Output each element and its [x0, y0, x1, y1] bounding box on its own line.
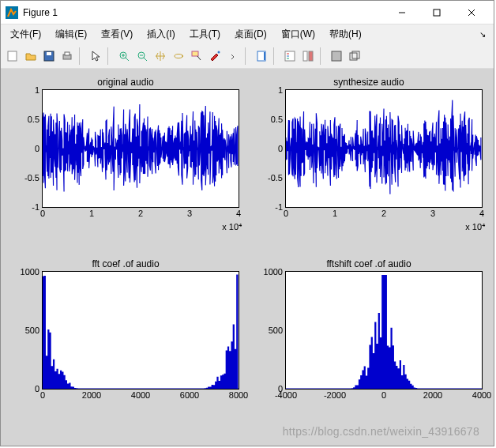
print-icon[interactable]	[58, 47, 76, 65]
svg-rect-18	[192, 51, 198, 56]
zoom-out-icon[interactable]	[133, 47, 151, 65]
plot-title: fft coef .of audio	[12, 258, 239, 269]
ytick: 0.5	[256, 115, 283, 124]
menu-desktop[interactable]: 桌面(D)	[228, 26, 273, 43]
subplot-1: synthesize audio-1-0.500.5101234x 10⁴	[255, 77, 483, 254]
xtick: 3	[187, 209, 192, 218]
svg-rect-31	[352, 51, 359, 58]
menu-help[interactable]: 帮助(H)	[323, 26, 368, 43]
svg-point-17	[175, 54, 182, 58]
link-icon[interactable]	[224, 47, 242, 65]
plot-title: original audio	[12, 77, 239, 88]
save-icon[interactable]	[40, 47, 58, 65]
ytick: 1000	[13, 267, 39, 277]
svg-rect-30	[350, 53, 357, 60]
svg-line-11	[126, 58, 129, 61]
xtick: -2000	[324, 390, 346, 400]
axes[interactable]: 0500100002000400060008000	[42, 271, 239, 390]
axes[interactable]: -1-0.500.5101234x 10⁴	[42, 89, 239, 208]
xtick: 4000	[472, 390, 491, 400]
menu-view[interactable]: 查看(V)	[95, 26, 139, 43]
menu-tools[interactable]: 工具(T)	[183, 26, 227, 43]
ytick: 1000	[256, 267, 283, 277]
menu-window[interactable]: 窗口(W)	[275, 26, 321, 43]
ytick: 1	[256, 85, 283, 95]
svg-rect-5	[8, 51, 17, 61]
menu-insert[interactable]: 插入(I)	[141, 26, 181, 43]
svg-rect-29	[332, 51, 341, 61]
xtick: 1	[89, 209, 94, 218]
xtick: 4	[479, 209, 484, 218]
new-figure-icon[interactable]	[4, 47, 21, 65]
ytick: 1	[13, 85, 39, 95]
window-title: Figure 1	[23, 7, 385, 18]
maximize-button[interactable]	[419, 2, 454, 24]
ytick: 0	[13, 384, 39, 393]
svg-rect-9	[65, 52, 70, 55]
subplot-2: fft coef .of audio0500100002000400060008…	[12, 258, 239, 435]
figure-area: original audio-1-0.500.5101234x 10⁴synth…	[1, 69, 494, 446]
ytick: -0.5	[13, 173, 39, 183]
subplot-0: original audio-1-0.500.5101234x 10⁴	[12, 77, 239, 254]
xtick: 0	[284, 209, 288, 218]
close-button[interactable]	[454, 2, 489, 24]
toolbar	[1, 43, 494, 69]
undock-icon[interactable]	[346, 47, 363, 65]
xtick: 3	[430, 209, 435, 218]
colorbar-icon[interactable]	[253, 47, 270, 65]
xtick: 8000	[229, 390, 248, 400]
ytick: 500	[256, 326, 283, 335]
datacursor-icon[interactable]	[188, 47, 205, 65]
xtick: 2	[138, 209, 143, 218]
svg-rect-7	[47, 52, 51, 55]
brush-icon[interactable]	[206, 47, 224, 65]
menubar: 文件(F) 编辑(E) 查看(V) 插入(I) 工具(T) 桌面(D) 窗口(W…	[1, 24, 494, 43]
svg-rect-23	[285, 51, 295, 61]
svg-rect-28	[309, 51, 313, 61]
rotate3d-icon[interactable]	[170, 47, 187, 65]
axes[interactable]: 05001000-4000-2000020004000	[285, 271, 483, 390]
subplot-3: fftshift coef .of audio05001000-4000-200…	[255, 258, 483, 435]
menu-file[interactable]: 文件(F)	[4, 26, 47, 43]
xtick: 6000	[180, 390, 199, 400]
pan-icon[interactable]	[152, 47, 169, 65]
axes[interactable]: -1-0.500.5101234x 10⁴	[285, 89, 483, 208]
ytick: 0	[256, 144, 283, 153]
menu-overflow-icon[interactable]: ↘	[475, 30, 490, 39]
minimize-button[interactable]	[385, 2, 419, 24]
legend-icon[interactable]	[281, 47, 299, 65]
ytick: -1	[13, 202, 39, 212]
ytick: -0.5	[256, 173, 283, 183]
titlebar: Figure 1	[1, 1, 494, 24]
xtick: 2	[381, 209, 386, 218]
xtick: 0	[40, 209, 45, 218]
ytick: -1	[256, 202, 283, 212]
xtick: 2000	[82, 390, 101, 400]
x-exponent: x 10⁴	[465, 222, 485, 232]
svg-rect-27	[303, 51, 307, 61]
pointer-icon[interactable]	[87, 47, 104, 65]
menu-edit[interactable]: 编辑(E)	[49, 26, 93, 43]
xtick: 0	[40, 390, 45, 400]
ytick: 500	[13, 326, 39, 335]
open-icon[interactable]	[22, 47, 39, 65]
svg-point-20	[218, 51, 220, 53]
ytick: 0.5	[13, 115, 39, 124]
xtick: 1	[333, 209, 337, 218]
zoom-in-icon[interactable]	[115, 47, 133, 65]
xtick: -4000	[275, 390, 297, 400]
xtick: 2000	[423, 390, 442, 400]
hide-tools-icon[interactable]	[299, 47, 317, 65]
svg-line-15	[144, 58, 147, 61]
svg-line-19	[197, 56, 201, 60]
dock-icon[interactable]	[328, 47, 345, 65]
plot-title: synthesize audio	[255, 77, 483, 88]
xtick: 0	[381, 390, 386, 400]
xtick: 4	[236, 209, 241, 218]
matlab-icon	[6, 6, 18, 19]
svg-rect-2	[434, 9, 440, 16]
plot-title: fftshift coef .of audio	[255, 258, 483, 269]
svg-rect-22	[264, 52, 265, 60]
xtick: 4000	[131, 390, 150, 400]
ytick: 0	[13, 144, 39, 153]
